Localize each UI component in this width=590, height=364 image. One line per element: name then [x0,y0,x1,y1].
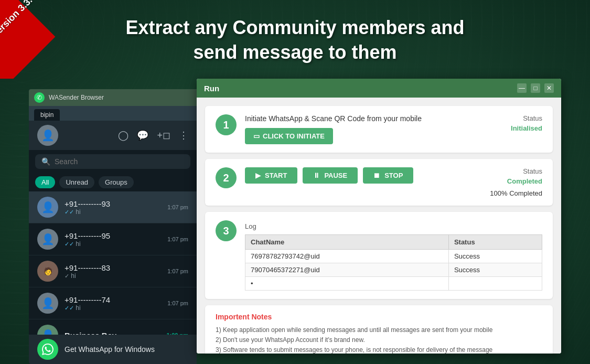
chat-list: 👤 +91---------93 ✓✓ hi 1:07 pm 👤 +91----… [29,191,197,335]
step-1-card: 1 Initiate WhatsApp & Scane QR Code from… [205,106,553,153]
notes-section: Importent Notes 1) Keep application open… [205,305,553,354]
step-2-number: 2 [216,167,237,188]
user-avatar[interactable]: 👤 [37,125,58,146]
app-title-bar: ✆ WASender Browser [29,89,197,106]
stop-icon: ⏹ [373,172,380,179]
filter-tabs: All Unread Groups [29,173,197,191]
menu-icon[interactable]: ⋮ [179,130,188,141]
note-item-2: 2) Don't use your WhatsApp Account if it… [216,335,542,345]
pause-icon: ⏸ [313,172,320,179]
step-1-status: Status Initialised [511,114,542,132]
list-item[interactable]: 👤 +91---------95 ✓✓ hi 1:07 pm [29,223,197,255]
status-icon[interactable]: ◯ [118,130,128,141]
avatar: 👤 [37,229,58,250]
run-content: 1 Initiate WhatsApp & Scane QR Code from… [197,98,561,354]
step-2-card: 2 ▶ START ⏸ PAUSE ⏹ STOP [205,159,553,206]
table-header-row: ChatName Status [245,235,542,250]
search-bar: 🔍 [29,150,197,173]
list-item[interactable]: 🧑 +91---------83 ✓ hi 1:07 pm [29,255,197,287]
search-wrapper: 🔍 [35,154,190,169]
log-title: Log [245,222,542,230]
initiate-icon: ▭ [253,132,260,140]
tab-bar: bipin [29,106,197,121]
wa-footer-icon [37,339,58,360]
search-input[interactable] [55,157,184,166]
pause-button[interactable]: ⏸ PAUSE [303,167,358,184]
chat-preview: ✓✓ hi [65,240,161,248]
chat-preview: ✓✓ hi [65,208,161,216]
cell-chatname: 76978782793742@uid [245,250,449,263]
status-label: Status [523,167,542,175]
header-title: Extract any Community members and send m… [0,16,590,65]
new-chat-icon[interactable]: +◻ [157,130,170,141]
cell-chatname: • [245,277,449,291]
tab-bipin[interactable]: bipin [34,109,60,121]
maximize-button[interactable]: □ [531,83,540,93]
avatar: 👤 [37,293,58,314]
wa-app-icon: ✆ [34,92,45,103]
step-2-content: ▶ START ⏸ PAUSE ⏹ STOP [245,167,481,184]
note-item-1: 1) Keep application open while sending m… [216,325,542,335]
whatsapp-footer: Get WhatsApp for Windows [29,335,197,364]
sidebar-icons: ◯ 💬 +◻ ⋮ [118,130,188,141]
table-row: • [245,277,542,291]
step-3-content: Log ChatName Status 76978782793742@uid S… [245,220,542,291]
log-table: ChatName Status 76978782793742@uid Succe… [245,234,542,291]
control-buttons: ▶ START ⏸ PAUSE ⏹ STOP [245,167,481,184]
table-row: 76978782793742@uid Success [245,250,542,263]
progress-text: 100% Completed [490,189,542,197]
filter-all[interactable]: All [35,176,55,188]
chat-time: 1:07 pm [167,204,188,210]
chat-info: Business Boy [65,331,160,335]
run-titlebar: Run — □ ✕ [197,79,561,98]
avatar: 👤 [37,325,58,335]
initiate-button[interactable]: ▭ CLICK TO INITIATE [245,128,333,144]
col-status: Status [448,235,542,250]
step-3-card: 3 Log ChatName Status 769787827 [205,212,553,299]
list-item[interactable]: 👤 Business Boy 1:00 pm [29,319,197,335]
version-badge: Version 3.3.0 [0,0,79,79]
chat-time: 1:07 pm [167,300,188,306]
close-button[interactable]: ✕ [544,83,554,93]
filter-groups[interactable]: Groups [99,176,134,188]
chat-icon[interactable]: 💬 [137,130,148,141]
app-title: WASender Browser [49,94,104,101]
filter-unread[interactable]: Unread [59,176,94,188]
status-label: Status [523,114,542,122]
cell-status: Success [448,250,542,263]
search-icon: 🔍 [41,157,50,166]
avatar: 🧑 [37,261,58,282]
chat-time: 1:07 pm [167,268,188,274]
step-1-description: Initiate WhatsApp & Scane QR Code from y… [245,114,502,123]
step-2-status: Status Completed 100% Completed [490,167,542,197]
whatsapp-sidebar: ✆ WASender Browser bipin 👤 ◯ 💬 +◻ ⋮ 🔍 Al… [29,89,197,364]
chat-preview: ✓ hi [65,272,161,280]
minimize-button[interactable]: — [517,83,527,93]
status-value: Initialised [511,124,542,132]
chat-preview: ✓✓ hi [65,304,161,312]
chat-info: +91---------95 ✓✓ hi [65,231,161,248]
table-row: 79070465372271@uid Success [245,263,542,277]
version-text: Version 3.3.0 [0,0,39,40]
chat-info: +91---------93 ✓✓ hi [65,199,161,216]
footer-label: Get WhatsApp for Windows [65,345,155,354]
cell-status [448,277,542,291]
avatar: 👤 [37,197,58,218]
notes-title: Importent Notes [216,313,542,321]
col-chatname: ChatName [245,235,449,250]
play-icon: ▶ [255,172,261,179]
list-item[interactable]: 👤 +91---------93 ✓✓ hi 1:07 pm [29,191,197,223]
step-1-content: Initiate WhatsApp & Scane QR Code from y… [245,114,502,144]
cell-chatname: 79070465372271@uid [245,263,449,277]
list-item[interactable]: 👤 +91---------74 ✓✓ hi 1:07 pm [29,287,197,319]
chat-name: +91---------93 [65,199,161,208]
run-title: Run [204,84,219,93]
sidebar-header: 👤 ◯ 💬 +◻ ⋮ [29,121,197,150]
titlebar-controls: — □ ✕ [517,83,554,93]
start-button[interactable]: ▶ START [245,167,297,184]
step-3-number: 3 [216,220,237,241]
chat-info: +91---------83 ✓ hi [65,263,161,280]
stop-button[interactable]: ⏹ STOP [363,167,413,184]
chat-name: Business Boy [65,331,160,335]
status-value: Completed [507,177,542,185]
